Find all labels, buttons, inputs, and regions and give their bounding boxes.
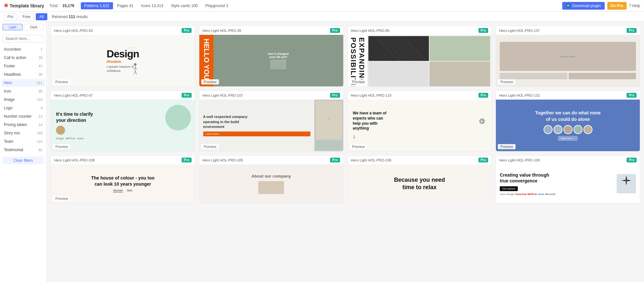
road-image: Has it changedyour life yet? (213, 35, 343, 86)
card-mock-together: Together we can do what noneof us could … (496, 100, 640, 151)
preview-label[interactable]: Preview (53, 196, 71, 201)
top-right-actions: W Download plugin Go Pro ? Help (562, 2, 640, 10)
sidebar-item-team[interactable]: Team 115 (1, 138, 45, 145)
filter-all-button[interactable]: All (36, 13, 47, 20)
pro-badge: Pro (627, 28, 637, 33)
card-preview: Because you needtime to relax (348, 164, 492, 203)
download-plugin-button[interactable]: W Download plugin (562, 2, 605, 10)
go-pro-button[interactable]: Go Pro (607, 2, 627, 10)
star-compass-icon (620, 174, 633, 193)
sidebar-item-icon[interactable]: Icon 85 (1, 87, 45, 95)
wordpress-icon: W (566, 4, 571, 8)
preview-label[interactable]: Preview (350, 79, 367, 84)
card-header: Hero Light HOL-PRO-110 Pro (348, 91, 492, 100)
card-header: Hero Light HOL-PRO-107 Pro (199, 91, 343, 100)
card-hol-pro-47: Hero Light HOL-PRO-47 Pro It's time to c… (51, 91, 195, 151)
top-bar: ❋ Template library Total: 15,179 Pattern… (0, 0, 644, 12)
card-hol-pro-109: Hero Light HOL-PRO-109 Pro Creating valu… (496, 155, 640, 203)
card-title: Hero Light HOL-PRO-39 (203, 29, 241, 33)
preview-label[interactable]: Preview (53, 79, 71, 84)
card-preview: It's time to clarifyyour direction Googl… (51, 100, 195, 151)
card-preview: Interior photo Preview (496, 35, 640, 86)
card-preview: Design #freedom A greater measure ofconf… (51, 35, 195, 86)
sidebar-item-hero[interactable]: Hero 111 (1, 79, 45, 87)
preview-label[interactable]: Preview (201, 79, 219, 84)
figure-icon (133, 63, 138, 76)
sidebar-item-pricing-tables[interactable]: Pricing tables 14 (1, 121, 45, 129)
card-mock-relax: Because you needtime to relax (348, 164, 492, 203)
filter-pro-button[interactable]: Pro (4, 13, 17, 20)
clear-filters-button[interactable]: Clear filters (3, 157, 44, 164)
card-title: Hero Light HOL-PRO-110 (351, 93, 392, 97)
svg-line-9 (135, 71, 137, 74)
sidebar-item-headlines[interactable]: Headlines 30 (1, 71, 45, 78)
card-title: Hero Light HOL-PRO-105 (203, 158, 243, 162)
card-grid: Hero Light HOL-PRO-43 Pro Design #freedo… (51, 26, 640, 203)
together-text: Together we can do what noneof us could … (535, 110, 601, 122)
pro-badge: Pro (330, 28, 340, 33)
search-box (0, 32, 46, 45)
card-header: Hero Light HOL-PRO-105 Pro (199, 156, 343, 164)
brand-logos: cisco Google Coca-Cola NETFLIX vimeo Mic… (500, 193, 614, 195)
team-avatars (535, 125, 601, 134)
card-mock-company: About our company (199, 164, 343, 203)
tab-pages[interactable]: Pages 41 (114, 2, 137, 9)
tab-patterns[interactable]: Patterns 1,622 (81, 2, 113, 9)
pro-badge: Pro (182, 93, 192, 98)
pro-badge: Pro (330, 93, 340, 98)
result-count: 111 (69, 15, 75, 19)
company-image (258, 181, 284, 194)
card-hol-pro-85: Hero Light HOL-PRO-85 Pro EXPANDINGPOSSI… (347, 26, 492, 87)
card-header: Hero Light HOL-PRO-106 Pro (348, 156, 492, 164)
card-header: Hero Light HOL-PRO-39 Pro (199, 26, 343, 35)
sidebar: Light Dark Accordion 1 Call to action 39… (0, 22, 47, 282)
tab-style-cards[interactable]: Style cards 100 (167, 2, 201, 9)
svg-point-3 (134, 50, 135, 52)
card-hol-pro-106: Hero Light HOL-PRO-106 Pro Because you n… (347, 155, 492, 203)
card-preview: HELLO YOU! Has it changedyour life yet? … (199, 35, 343, 86)
svg-line-8 (134, 71, 135, 74)
svg-point-2 (130, 50, 132, 52)
respected-text: A well respected companyoperating in the… (203, 114, 310, 129)
help-button[interactable]: ? Help (629, 4, 640, 8)
search-input[interactable] (3, 35, 44, 43)
pro-badge: Pro (627, 158, 637, 162)
nav-tabs: Patterns 1,622 Pages 41 Icons 13,413 Sty… (81, 2, 232, 9)
card-header: Hero Light HOL-PRO-132 Pro (496, 91, 640, 100)
card-hol-pro-132: Hero Light HOL-PRO-132 Pro Together we c… (496, 91, 640, 151)
card-title: Hero Light HOL-PRO-85 (351, 29, 390, 33)
sidebar-item-image[interactable]: Image 124 (1, 96, 45, 103)
play-icon: ▶ (481, 120, 483, 123)
preview-label[interactable]: Preview (498, 144, 516, 149)
filter-free-button[interactable]: Free (19, 13, 34, 20)
pro-badge: Pro (182, 158, 192, 162)
preview-label[interactable]: Preview (201, 144, 219, 149)
cta-button: Learn more (203, 131, 310, 136)
sidebar-item-number-counter[interactable]: Number counter 13 (1, 112, 45, 120)
svg-point-1 (134, 47, 135, 48)
card-title: Hero Light HOL-PRO-43 (54, 29, 93, 33)
sidebar-item-testimonial[interactable]: Testimonial 82 (1, 146, 45, 154)
sidebar-item-footer[interactable]: Footer 47 (1, 62, 45, 70)
card-hol-pro-107: Hero Light HOL-PRO-107 Pro A well respec… (199, 91, 344, 151)
pro-badge: Pro (478, 93, 488, 98)
preview-label[interactable]: Preview (53, 144, 71, 149)
expanding-text: EXPANDINGPOSSIBILITIES (348, 35, 367, 86)
sidebar-item-accordion[interactable]: Accordion 1 (1, 45, 45, 53)
tab-playground[interactable]: Playground 3 (202, 2, 232, 9)
card-header: Hero Light HOL-PRO-137 Pro (496, 26, 640, 35)
pro-badge: Pro (330, 158, 340, 162)
start-here-btn: Start here → (558, 136, 578, 141)
sidebar-item-story-mix[interactable]: Story mix 146 (1, 129, 45, 137)
theme-dark-button[interactable]: Dark (24, 24, 44, 30)
svg-point-0 (130, 47, 132, 48)
preview-label[interactable]: Preview (498, 79, 516, 84)
card-hol-pro-110: Hero Light HOL-PRO-110 Pro We have a tea… (347, 91, 492, 151)
card-header: Hero Light HOL-PRO-109 Pro (496, 156, 640, 164)
sidebar-item-logo[interactable]: Logo 4 (1, 104, 45, 112)
preview-label[interactable]: Preview (350, 144, 367, 149)
theme-light-button[interactable]: Light (3, 24, 23, 30)
tab-icons[interactable]: Icons 13,413 (137, 2, 167, 9)
card-hol-pro-39: Hero Light HOL-PRO-39 Pro HELLO YOU! Has… (199, 26, 344, 87)
sidebar-item-call-to-action[interactable]: Call to action 39 (1, 54, 45, 62)
